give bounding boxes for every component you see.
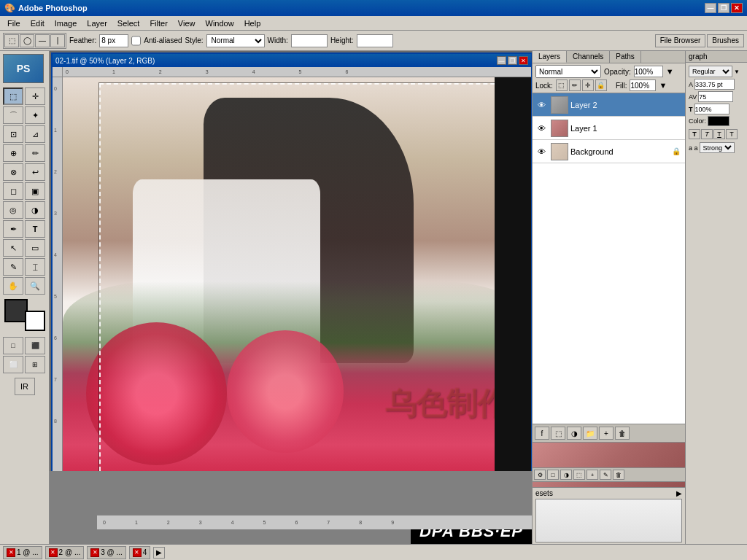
layer-icon-7[interactable]: 🗑: [613, 470, 624, 480]
type-tool[interactable]: T: [25, 220, 45, 238]
eyedropper-tool[interactable]: ⌶: [25, 258, 45, 276]
lasso-tool[interactable]: ⌒: [3, 106, 23, 124]
restore-button[interactable]: ❐: [718, 3, 729, 13]
char-underline-btn[interactable]: T: [713, 129, 725, 139]
char-scale-input[interactable]: [694, 104, 729, 114]
height-input[interactable]: [357, 34, 393, 47]
layer-row-layer2[interactable]: 👁 Layer 2: [533, 93, 685, 117]
doc-canvas[interactable]: 乌色制作: [63, 77, 531, 486]
layer-row-layer1[interactable]: 👁 Layer 1: [533, 117, 685, 140]
menu-help[interactable]: Help: [240, 18, 266, 28]
menu-window[interactable]: Window: [201, 18, 239, 28]
canvas-area[interactable]: 02-1.tif @ 50% (Layer 2, RGB) — ❐ ✕ 0123…: [50, 51, 532, 544]
brushes-button[interactable]: Brushes: [707, 34, 744, 47]
fill-input[interactable]: [630, 79, 656, 91]
char-strikethrough-btn[interactable]: T: [726, 129, 738, 139]
healing-tool[interactable]: ⊕: [3, 144, 23, 162]
anti-aliased-checkbox[interactable]: [131, 34, 141, 47]
dodge-tool[interactable]: ◑: [25, 201, 45, 219]
menu-image[interactable]: Image: [50, 18, 82, 28]
file-browser-button[interactable]: File Browser: [655, 34, 706, 47]
image-ready-btn[interactable]: IR: [15, 378, 35, 395]
taskbar-close-3[interactable]: ✕: [90, 548, 99, 557]
single-col-option[interactable]: |: [50, 34, 65, 47]
width-input[interactable]: [291, 34, 328, 47]
background-visibility[interactable]: 👁: [534, 144, 549, 159]
taskbar-close-4[interactable]: ✕: [133, 548, 142, 557]
layer-new-btn[interactable]: +: [599, 427, 614, 440]
layer-adjust-btn[interactable]: ◑: [567, 427, 581, 440]
blur-tool[interactable]: ◎: [3, 201, 23, 219]
layer-icon-6[interactable]: ✎: [600, 470, 611, 480]
char-lineheight-input[interactable]: [698, 91, 733, 102]
brush-tool[interactable]: ✏: [25, 144, 45, 162]
stamp-tool[interactable]: ⊗: [3, 163, 23, 181]
layer-fx-btn[interactable]: f: [535, 427, 549, 440]
char-italic-btn[interactable]: T: [701, 129, 713, 139]
layer-icon-2[interactable]: □: [547, 470, 559, 480]
layer-group-btn[interactable]: 📁: [583, 427, 597, 440]
blend-mode-select[interactable]: Normal: [535, 65, 601, 78]
pen-tool[interactable]: ✒: [3, 220, 23, 238]
shape-tool[interactable]: ▭: [25, 239, 45, 257]
play-button[interactable]: ▶: [153, 547, 165, 559]
taskbar-item-1[interactable]: ✕ 1 @ ...: [3, 546, 42, 559]
fill-arrow[interactable]: ▼: [659, 81, 667, 90]
opacity-input[interactable]: [634, 66, 663, 77]
char-blend-select[interactable]: Regular: [689, 66, 732, 77]
standard-mode-btn[interactable]: □: [3, 337, 23, 354]
background-color-swatch[interactable]: [25, 311, 45, 331]
layer-icon-4[interactable]: ⬚: [573, 470, 585, 480]
char-fontsize-input[interactable]: [694, 79, 735, 90]
menu-view[interactable]: View: [174, 18, 200, 28]
screen-mode2-btn[interactable]: ⊞: [25, 356, 45, 373]
layer-icon-3[interactable]: ◑: [560, 470, 572, 480]
lock-position-btn[interactable]: ✛: [582, 79, 594, 91]
crop-tool[interactable]: ⊡: [3, 125, 23, 143]
doc-close-btn[interactable]: ✕: [519, 56, 528, 65]
menu-filter[interactable]: Filter: [145, 18, 171, 28]
menu-edit[interactable]: Edit: [26, 18, 49, 28]
gradient-tool[interactable]: ▣: [25, 182, 45, 200]
hand-tool[interactable]: ✋: [3, 277, 23, 295]
taskbar-close-2[interactable]: ✕: [49, 548, 58, 557]
menu-file[interactable]: File: [3, 18, 25, 28]
char-color-swatch[interactable]: [708, 116, 729, 126]
layer1-visibility[interactable]: 👁: [534, 121, 549, 136]
char-blend-arrow[interactable]: ▼: [734, 69, 740, 75]
close-button[interactable]: ✕: [731, 3, 743, 13]
layer2-visibility[interactable]: 👁: [534, 98, 549, 112]
magic-wand-tool[interactable]: ✦: [25, 106, 45, 124]
slice-tool[interactable]: ⊿: [25, 125, 45, 143]
doc-minimize-btn[interactable]: —: [497, 56, 506, 65]
layer-delete-btn[interactable]: 🗑: [615, 427, 630, 440]
ellipse-marquee-option[interactable]: ◯: [20, 34, 34, 47]
tab-channels[interactable]: Channels: [567, 51, 610, 63]
notes-tool[interactable]: ✎: [3, 258, 23, 276]
move-tool[interactable]: ✛: [25, 88, 45, 105]
char-style-select[interactable]: Strong: [700, 142, 735, 153]
taskbar-item-2[interactable]: ✕ 2 @ ...: [45, 546, 85, 559]
taskbar-item-4[interactable]: ✕ 4: [129, 546, 151, 559]
char-bold-btn[interactable]: T: [689, 129, 700, 139]
rect-marquee-option[interactable]: ⬚: [4, 34, 19, 47]
opacity-arrow[interactable]: ▼: [666, 67, 674, 76]
style-select[interactable]: Normal Fixed Ratio Fixed Size: [206, 34, 265, 47]
zoom-tool[interactable]: 🔍: [25, 277, 45, 295]
lock-transparent-btn[interactable]: ⬚: [556, 79, 568, 91]
tab-layers[interactable]: Layers: [533, 51, 567, 63]
quick-mask-btn[interactable]: ⬛: [25, 337, 45, 354]
layer-icon-1[interactable]: ⚙: [534, 470, 546, 480]
doc-restore-btn[interactable]: ❐: [508, 56, 517, 65]
eraser-tool[interactable]: ◻: [3, 182, 23, 200]
path-select-tool[interactable]: ↖: [3, 239, 23, 257]
feather-input[interactable]: [99, 34, 128, 47]
lock-all-btn[interactable]: 🔒: [595, 79, 607, 91]
layer-icon-5[interactable]: +: [587, 470, 598, 480]
history-brush-tool[interactable]: ↩: [25, 163, 45, 181]
lock-image-btn[interactable]: ✏: [569, 79, 581, 91]
taskbar-item-3[interactable]: ✕ 3 @ ...: [87, 546, 126, 559]
single-row-option[interactable]: —: [35, 34, 50, 47]
menu-select[interactable]: Select: [113, 18, 144, 28]
rectangular-marquee-tool[interactable]: ⬚: [3, 88, 23, 105]
